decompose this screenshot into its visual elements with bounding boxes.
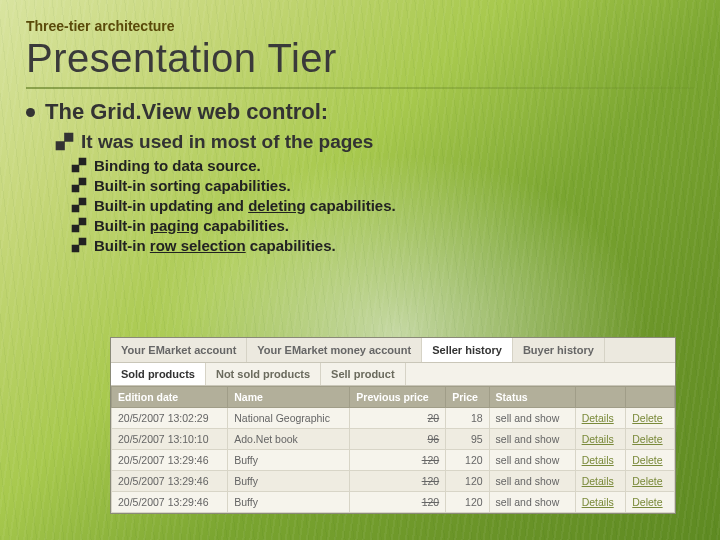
gridview-table: Edition dateNamePrevious pricePriceStatu… (111, 386, 675, 513)
cell-price: 120 (446, 471, 489, 492)
table-row: 20/5/2007 13:29:46Buffy120120sell and sh… (112, 492, 675, 513)
bullet-l3-text: Built-in updating and deleting capabilit… (94, 197, 396, 214)
cell-price: 120 (446, 492, 489, 513)
secondary-tab[interactable]: Sell product (321, 363, 406, 385)
table-row: 20/5/2007 13:29:46Buffy120120sell and sh… (112, 450, 675, 471)
cell-action-details[interactable]: Details (575, 492, 626, 513)
cell-status: sell and show (489, 429, 575, 450)
secondary-tab[interactable]: Not sold products (206, 363, 321, 385)
bullet-l3-text: Built-in paging capabilities. (94, 217, 289, 234)
curl-bullet-icon: 🙾 (72, 219, 86, 233)
bullet-l3-text: Built-in row selection capabilities. (94, 237, 336, 254)
column-header[interactable]: Name (228, 387, 350, 408)
cell-prev-price: 20 (350, 408, 446, 429)
column-header[interactable]: Edition date (112, 387, 228, 408)
cell-prev-price: 120 (350, 492, 446, 513)
cell-prev-price: 96 (350, 429, 446, 450)
curl-bullet-icon: 🙾 (72, 239, 86, 253)
cell-prev-price: 120 (350, 450, 446, 471)
slide: Three-tier architecture Presentation Tie… (0, 0, 720, 540)
cell-action-details[interactable]: Details (575, 408, 626, 429)
bullet-level-2: 🙾 It was used in most of the pages (56, 131, 694, 153)
cell-action-delete[interactable]: Delete (626, 408, 675, 429)
column-header[interactable]: Status (489, 387, 575, 408)
bullet-level-3-list: 🙾Binding to data source.🙾Built-in sortin… (26, 157, 694, 254)
column-header[interactable]: Previous price (350, 387, 446, 408)
cell-name: Buffy (228, 471, 350, 492)
curl-bullet-icon: 🙾 (72, 159, 86, 173)
cell-date: 20/5/2007 13:10:10 (112, 429, 228, 450)
cell-status: sell and show (489, 492, 575, 513)
cell-action-delete[interactable]: Delete (626, 450, 675, 471)
cell-price: 95 (446, 429, 489, 450)
cell-name: National Geographic (228, 408, 350, 429)
gridview-preview: Your EMarket accountYour EMarket money a… (110, 337, 676, 514)
column-header[interactable]: Price (446, 387, 489, 408)
column-header[interactable] (575, 387, 626, 408)
primary-tab[interactable]: Your EMarket money account (247, 338, 422, 362)
tab-row-secondary: Sold productsNot sold productsSell produ… (111, 363, 675, 386)
primary-tab[interactable]: Buyer history (513, 338, 605, 362)
table-row: 20/5/2007 13:10:10Ado.Net book9695sell a… (112, 429, 675, 450)
bullet-level-3: 🙾Built-in sorting capabilities. (72, 177, 694, 194)
cell-action-details[interactable]: Details (575, 471, 626, 492)
cell-date: 20/5/2007 13:02:29 (112, 408, 228, 429)
divider (26, 87, 694, 89)
cell-price: 120 (446, 450, 489, 471)
table-row: 20/5/2007 13:29:46Buffy120120sell and sh… (112, 471, 675, 492)
table-header-row: Edition dateNamePrevious pricePriceStatu… (112, 387, 675, 408)
primary-tab[interactable]: Seller history (422, 338, 513, 362)
cell-date: 20/5/2007 13:29:46 (112, 450, 228, 471)
bullet-level-3: 🙾Built-in updating and deleting capabili… (72, 197, 694, 214)
bullet-l2-text: It was used in most of the pages (81, 131, 373, 153)
cell-status: sell and show (489, 471, 575, 492)
tab-row-primary: Your EMarket accountYour EMarket money a… (111, 338, 675, 363)
curl-bullet-icon: 🙾 (56, 134, 73, 151)
bullet-dot-icon (26, 108, 35, 117)
primary-tab[interactable]: Your EMarket account (111, 338, 247, 362)
cell-status: sell and show (489, 408, 575, 429)
cell-status: sell and show (489, 450, 575, 471)
table-body: 20/5/2007 13:02:29National Geographic201… (112, 408, 675, 513)
cell-action-delete[interactable]: Delete (626, 429, 675, 450)
cell-prev-price: 120 (350, 471, 446, 492)
column-header[interactable] (626, 387, 675, 408)
cell-name: Buffy (228, 450, 350, 471)
slide-title: Presentation Tier (26, 36, 694, 81)
table-row: 20/5/2007 13:02:29National Geographic201… (112, 408, 675, 429)
curl-bullet-icon: 🙾 (72, 179, 86, 193)
bullet-level-3: 🙾Binding to data source. (72, 157, 694, 174)
curl-bullet-icon: 🙾 (72, 199, 86, 213)
bullet-l3-text: Binding to data source. (94, 157, 261, 174)
bullet-level-3: 🙾Built-in paging capabilities. (72, 217, 694, 234)
cell-action-delete[interactable]: Delete (626, 492, 675, 513)
bullet-l1-text: The Grid.View web control: (45, 99, 328, 125)
bullet-level-3: 🙾Built-in row selection capabilities. (72, 237, 694, 254)
bullet-l3-text: Built-in sorting capabilities. (94, 177, 291, 194)
slide-topic-label: Three-tier architecture (26, 18, 694, 34)
cell-date: 20/5/2007 13:29:46 (112, 492, 228, 513)
cell-action-delete[interactable]: Delete (626, 471, 675, 492)
cell-action-details[interactable]: Details (575, 450, 626, 471)
cell-name: Buffy (228, 492, 350, 513)
cell-name: Ado.Net book (228, 429, 350, 450)
cell-date: 20/5/2007 13:29:46 (112, 471, 228, 492)
bullet-level-1: The Grid.View web control: (26, 99, 694, 125)
cell-price: 18 (446, 408, 489, 429)
secondary-tab[interactable]: Sold products (111, 363, 206, 385)
cell-action-details[interactable]: Details (575, 429, 626, 450)
